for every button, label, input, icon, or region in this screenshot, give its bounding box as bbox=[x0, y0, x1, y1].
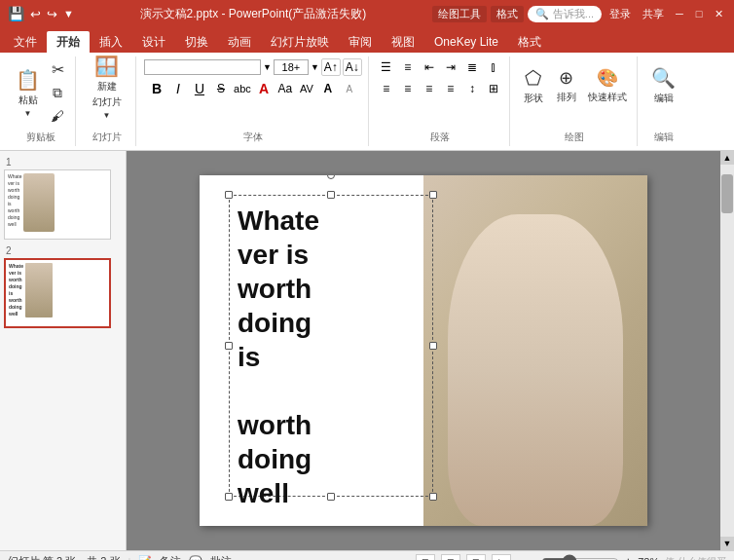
font-size-dropdown[interactable]: ▼ bbox=[311, 62, 319, 72]
undo-icon[interactable]: ↩ bbox=[30, 7, 41, 21]
handle-middle-left[interactable] bbox=[225, 342, 233, 350]
slide-canvas[interactable]: Whatever isworthdoingisworthdoingwell bbox=[200, 175, 647, 526]
handle-top-left[interactable] bbox=[225, 191, 233, 199]
scroll-thumb[interactable] bbox=[721, 174, 733, 213]
tab-onekey[interactable]: OneKey Lite bbox=[424, 31, 508, 53]
bullets-button[interactable]: ☰ bbox=[377, 58, 396, 76]
slide-image-2[interactable]: Whatever isworthdoingisworthdoingwell bbox=[4, 258, 111, 328]
justify-button[interactable]: ≡ bbox=[441, 80, 460, 97]
decrease-indent-button[interactable]: ⇤ bbox=[420, 58, 439, 76]
tab-slideshow[interactable]: 幻灯片放映 bbox=[261, 31, 339, 53]
handle-bottom-left[interactable] bbox=[225, 493, 233, 501]
new-slide-dropdown: ▼ bbox=[103, 111, 111, 120]
ribbon-content: 📋 粘贴 ▼ ✂ ⧉ 🖌 剪贴板 🪟 新建 幻灯片 ▼ 幻灯片 bbox=[0, 53, 734, 151]
slide-image-1[interactable]: Whatever isworthdoingisworthdoingwell bbox=[4, 169, 111, 240]
paste-dropdown-icon: ▼ bbox=[24, 109, 32, 118]
share-button[interactable]: 共享 bbox=[639, 7, 668, 21]
customize-icon[interactable]: ▼ bbox=[63, 8, 74, 19]
zoom-out-button[interactable]: - bbox=[531, 554, 534, 560]
text-box-selected[interactable]: Whatever isworthdoingisworthdoingwell bbox=[229, 195, 433, 497]
font-color-button[interactable]: A bbox=[254, 80, 274, 97]
format-painter-button[interactable]: 🖌 bbox=[46, 105, 69, 127]
paste-button[interactable]: 📋 粘贴 ▼ bbox=[12, 64, 44, 121]
font-name-input[interactable] bbox=[144, 59, 261, 75]
tab-view[interactable]: 视图 bbox=[382, 31, 424, 53]
copy-button[interactable]: ⧉ bbox=[46, 82, 69, 103]
right-scrollbar[interactable]: ▲ ▼ bbox=[720, 151, 734, 550]
tab-transitions[interactable]: 切换 bbox=[175, 31, 218, 53]
reading-view-button[interactable]: ⊠ bbox=[466, 554, 486, 561]
font-bgcolor-button[interactable]: Aa bbox=[275, 80, 295, 97]
maximize-button[interactable]: □ bbox=[691, 6, 707, 21]
font-size-input[interactable] bbox=[274, 59, 309, 75]
save-icon[interactable]: 💾 bbox=[8, 6, 24, 21]
title-bar-right: 绘图工具 格式 🔍 告诉我... 登录 共享 ─ □ ✕ bbox=[432, 6, 726, 22]
search-icon: 🔍 bbox=[535, 8, 549, 20]
cut-button[interactable]: ✂ bbox=[46, 58, 69, 80]
drawing-tools-label: 绘图工具 bbox=[432, 6, 487, 22]
char-spacing-button[interactable]: AV bbox=[297, 80, 316, 97]
format-tab-label: 格式 bbox=[491, 6, 524, 22]
zoom-slider[interactable] bbox=[541, 557, 619, 561]
text-direction-button[interactable]: ↕ bbox=[462, 80, 482, 97]
bigger-text-button[interactable]: A bbox=[318, 80, 338, 97]
group-drawing: ⬠ 形状 ⊕ 排列 🎨 快速样式 绘图 bbox=[512, 56, 638, 146]
quick-styles-icon: 🎨 bbox=[597, 67, 618, 89]
notes-label[interactable]: 备注 bbox=[160, 554, 181, 560]
shapes-button[interactable]: ⬠ 形状 bbox=[518, 58, 549, 113]
align-right-button[interactable]: ≡ bbox=[420, 80, 439, 97]
slide-thumb-2[interactable]: 2 Whatever isworthdoingisworthdoingwell bbox=[4, 245, 122, 328]
underline-button[interactable]: U bbox=[190, 80, 209, 97]
tab-insert[interactable]: 插入 bbox=[90, 31, 132, 53]
slides-group-label: 幻灯片 bbox=[92, 129, 122, 144]
new-slide-button[interactable]: 🪟 新建 幻灯片 ▼ bbox=[89, 58, 126, 115]
rotate-handle[interactable] bbox=[327, 175, 335, 179]
handle-top-center[interactable] bbox=[327, 191, 335, 199]
redo-icon[interactable]: ↪ bbox=[47, 7, 57, 21]
slide-panel[interactable]: 1 Whatever isworthdoingisworthdoingwell … bbox=[0, 151, 127, 550]
align-left-button[interactable]: ≡ bbox=[377, 80, 396, 97]
tab-file[interactable]: 文件 bbox=[4, 31, 47, 53]
scroll-up-button[interactable]: ▲ bbox=[720, 151, 734, 165]
arrange-button[interactable]: ⊕ 排列 bbox=[551, 58, 582, 113]
watermark-text: 值·什么值得买 bbox=[665, 555, 726, 561]
handle-bottom-center[interactable] bbox=[327, 493, 335, 501]
tab-animations[interactable]: 动画 bbox=[218, 31, 261, 53]
strikethrough-button[interactable]: S bbox=[211, 80, 231, 97]
scroll-down-button[interactable]: ▼ bbox=[720, 537, 734, 550]
smartart-button[interactable]: ⊞ bbox=[484, 80, 503, 97]
bold-button[interactable]: B bbox=[147, 80, 166, 97]
font-name-dropdown[interactable]: ▼ bbox=[263, 62, 272, 72]
quick-styles-button[interactable]: 🎨 快速样式 bbox=[584, 58, 631, 113]
smaller-text-button[interactable]: A bbox=[340, 80, 359, 97]
align-center-button[interactable]: ≡ bbox=[398, 80, 418, 97]
tab-design[interactable]: 设计 bbox=[132, 31, 175, 53]
login-button[interactable]: 登录 bbox=[606, 7, 635, 21]
scroll-track[interactable] bbox=[720, 165, 734, 537]
slide-sorter-button[interactable]: ⊟ bbox=[441, 554, 460, 561]
normal-view-button[interactable]: ⊞ bbox=[416, 554, 435, 561]
shadow-button[interactable]: abc bbox=[233, 80, 252, 97]
edit-button[interactable]: 🔍 编辑 bbox=[647, 58, 679, 113]
columns-button[interactable]: ⫿ bbox=[484, 58, 503, 76]
notes-icon: 📝 bbox=[138, 555, 152, 560]
canvas-area[interactable]: Whatever isworthdoingisworthdoingwell bbox=[127, 151, 720, 550]
tab-format[interactable]: 格式 bbox=[508, 31, 551, 53]
tab-review[interactable]: 审阅 bbox=[339, 31, 382, 53]
increase-font-button[interactable]: A↑ bbox=[321, 58, 341, 76]
zoom-in-button[interactable]: + bbox=[625, 554, 633, 560]
slide-thumb-1[interactable]: 1 Whatever isworthdoingisworthdoingwell bbox=[4, 157, 122, 240]
search-box[interactable]: 🔍 告诉我... bbox=[528, 6, 602, 22]
close-button[interactable]: ✕ bbox=[711, 6, 726, 21]
comments-label[interactable]: 批注 bbox=[210, 554, 232, 560]
decrease-font-button[interactable]: A↓ bbox=[343, 58, 362, 76]
editing-group-label: 编辑 bbox=[654, 129, 674, 144]
tab-home[interactable]: 开始 bbox=[47, 31, 90, 53]
italic-button[interactable]: I bbox=[168, 80, 188, 97]
minimize-button[interactable]: ─ bbox=[672, 6, 687, 21]
numbering-button[interactable]: ≡ bbox=[398, 58, 418, 76]
increase-indent-button[interactable]: ⇥ bbox=[441, 58, 460, 76]
line-spacing-button[interactable]: ≣ bbox=[462, 58, 482, 76]
status-bar: 幻灯片 第 2 张，共 2 张 | 📝 备注 💬 批注 ⊞ ⊟ ⊠ ▶ ─ - … bbox=[0, 550, 734, 560]
slideshow-button[interactable]: ▶ bbox=[492, 554, 511, 561]
